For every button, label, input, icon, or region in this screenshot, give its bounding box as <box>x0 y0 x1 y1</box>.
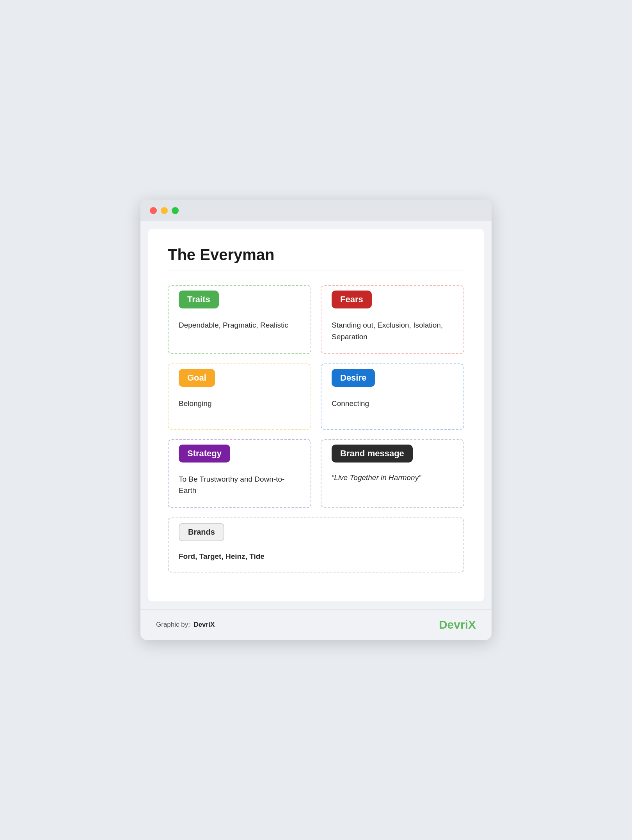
maximize-dot[interactable] <box>172 207 179 214</box>
badge-strategy: Strategy <box>179 445 230 463</box>
footer-logo-accent: X <box>468 618 476 631</box>
card-traits: Traits Dependable, Pragmatic, Realistic <box>168 285 311 354</box>
traits-text: Dependable, Pragmatic, Realistic <box>179 319 300 331</box>
footer-logo: DevriX <box>439 618 476 631</box>
footer-credit: Graphic by: DevriX <box>156 621 215 629</box>
browser-window: The Everyman Traits Dependable, Pragmati… <box>140 200 492 640</box>
badge-fears: Fears <box>332 291 372 308</box>
close-dot[interactable] <box>150 207 157 214</box>
badge-goal: Goal <box>179 369 215 387</box>
cards-grid: Traits Dependable, Pragmatic, Realistic … <box>168 285 464 572</box>
footer-logo-text: Devri <box>439 618 468 631</box>
page-title: The Everyman <box>168 246 464 264</box>
card-strategy: Strategy To Be Trustworthy and Down-to-E… <box>168 439 311 508</box>
strategy-text: To Be Trustworthy and Down-to-Earth <box>179 473 300 496</box>
card-brands: Brands Ford, Target, Heinz, Tide <box>168 517 464 572</box>
brand-message-text: “Live Together in Harmony” <box>332 473 453 482</box>
badge-brands: Brands <box>179 523 224 541</box>
divider <box>168 271 464 271</box>
fears-text: Standing out, Exclusion, Isolation, Sepa… <box>332 319 453 342</box>
browser-bar <box>140 200 492 221</box>
footer: Graphic by: DevriX DevriX <box>140 609 492 640</box>
card-desire: Desire Connecting <box>321 363 464 430</box>
card-brand-message: Brand message “Live Together in Harmony” <box>321 439 464 508</box>
page-content: The Everyman Traits Dependable, Pragmati… <box>148 229 484 601</box>
badge-traits: Traits <box>179 291 219 308</box>
footer-credit-brand: DevriX <box>194 621 215 628</box>
brands-text: Ford, Target, Heinz, Tide <box>179 552 453 561</box>
badge-desire: Desire <box>332 369 375 387</box>
desire-text: Connecting <box>332 398 453 409</box>
badge-brand-message: Brand message <box>332 445 413 463</box>
card-goal: Goal Belonging <box>168 363 311 430</box>
minimize-dot[interactable] <box>161 207 168 214</box>
card-fears: Fears Standing out, Exclusion, Isolation… <box>321 285 464 354</box>
goal-text: Belonging <box>179 398 300 409</box>
